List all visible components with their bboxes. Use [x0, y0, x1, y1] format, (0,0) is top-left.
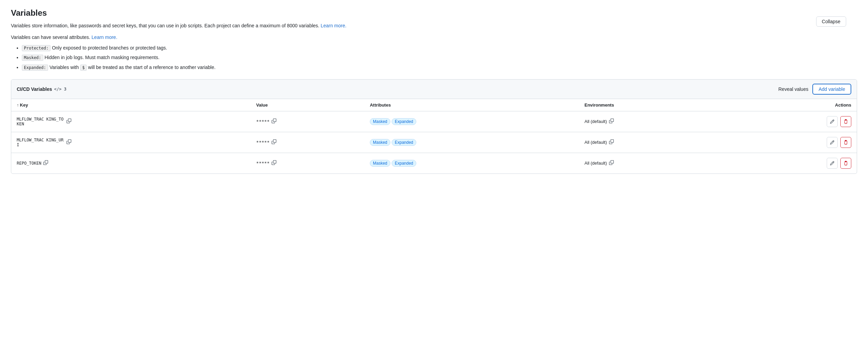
attributes-cell-1: MaskedExpanded	[364, 132, 579, 153]
env-text-0: All (default)	[584, 119, 607, 124]
col-header-attributes: Attributes	[364, 99, 579, 111]
badge-expanded-0-1: Expanded	[392, 118, 416, 125]
environment-cell-1: All (default)	[579, 132, 727, 153]
badge-expanded-1-1: Expanded	[392, 139, 416, 146]
attribute-masked: Masked: Hidden in job logs. Must match m…	[22, 54, 857, 61]
table-row: MLFLOW_TRAC KING_URI ***** MaskedExpande…	[11, 132, 857, 153]
badge-expanded-2-1: Expanded	[392, 160, 416, 167]
attributes-cell-0: MaskedExpanded	[364, 111, 579, 132]
value-text-2: *****	[256, 161, 270, 166]
attribute-expanded: Expanded: Variables with $ will be treat…	[22, 64, 857, 71]
collapse-button[interactable]: Collapse	[816, 16, 846, 27]
table-header-title: CI/CD Variables </> 3	[17, 86, 67, 92]
table-code-icon: </> 3	[54, 87, 67, 92]
main-description: Variables store information, like passwo…	[11, 22, 857, 29]
value-cell-1: *****	[251, 132, 364, 153]
actions-cell-0	[727, 111, 857, 132]
actions-cell-2	[727, 153, 857, 174]
copy-key-button-0[interactable]	[67, 119, 71, 124]
col-header-key: ↑ Key	[11, 99, 251, 111]
value-text-1: *****	[256, 140, 270, 145]
attribute-protected: Protected: Only exposed to protected bra…	[22, 44, 857, 52]
edit-button-0[interactable]	[827, 116, 838, 127]
delete-button-2[interactable]	[840, 158, 851, 169]
variables-table: ↑ Key Value Attributes Environments Acti…	[11, 99, 857, 174]
copy-env-button-2[interactable]	[609, 160, 614, 166]
sort-icon: ↑	[17, 103, 20, 108]
key-cell-0: MLFLOW_TRAC KING_TOKEN	[11, 111, 251, 132]
learn-more-link-2[interactable]: Learn more.	[91, 34, 117, 40]
copy-value-button-2[interactable]	[272, 160, 276, 166]
table-title-text: CI/CD Variables	[17, 86, 52, 92]
expanded-text-2: will be treated as the start of a refere…	[88, 65, 216, 70]
dollar-sign: $	[80, 65, 87, 71]
copy-key-button-2[interactable]	[43, 160, 48, 166]
copy-key-button-1[interactable]	[67, 139, 71, 145]
variables-table-section: CI/CD Variables </> 3 Reveal values Add …	[11, 79, 857, 174]
value-text-0: *****	[256, 119, 270, 124]
col-header-environments: Environments	[579, 99, 727, 111]
table-header-row: CI/CD Variables </> 3 Reveal values Add …	[11, 80, 857, 99]
delete-button-0[interactable]	[840, 116, 851, 127]
table-header-actions: Reveal values Add variable	[778, 84, 851, 95]
page-wrapper: Collapse Variables Variables store infor…	[11, 8, 857, 174]
page-title: Variables	[11, 8, 857, 18]
add-variable-button[interactable]: Add variable	[812, 84, 851, 95]
expanded-text: Variables with	[49, 65, 80, 70]
badge-masked-0-0: Masked	[370, 118, 390, 125]
key-name-1: MLFLOW_TRAC KING_URI	[17, 138, 64, 147]
key-cell-1: MLFLOW_TRAC KING_URI	[11, 132, 251, 153]
learn-more-link-1[interactable]: Learn more.	[321, 23, 346, 28]
attributes-list: Protected: Only exposed to protected bra…	[11, 44, 857, 71]
value-cell-2: *****	[251, 153, 364, 174]
copy-value-button-0[interactable]	[272, 119, 276, 124]
protected-tag: Protected:	[22, 45, 50, 51]
masked-text: Hidden in job logs. Must match masking r…	[44, 55, 159, 60]
attributes-intro: Variables can have several attributes. L…	[11, 33, 857, 41]
table-header-columns: ↑ Key Value Attributes Environments Acti…	[11, 99, 857, 111]
masked-tag: Masked:	[22, 55, 43, 61]
table-row: REPO_TOKEN ***** MaskedExpanded All (def…	[11, 153, 857, 174]
key-name-0: MLFLOW_TRAC KING_TOKEN	[17, 117, 64, 126]
key-cell-2: REPO_TOKEN	[11, 153, 251, 174]
env-text-2: All (default)	[584, 161, 607, 166]
edit-button-2[interactable]	[827, 158, 838, 169]
badge-masked-1-0: Masked	[370, 139, 390, 146]
environment-cell-2: All (default)	[579, 153, 727, 174]
badge-masked-2-0: Masked	[370, 160, 390, 167]
table-row: MLFLOW_TRAC KING_TOKEN ***** MaskedExpan…	[11, 111, 857, 132]
delete-button-1[interactable]	[840, 137, 851, 148]
expanded-tag: Expanded:	[22, 65, 48, 71]
col-header-actions: Actions	[727, 99, 857, 111]
key-name-2: REPO_TOKEN	[17, 161, 41, 166]
edit-button-1[interactable]	[827, 137, 838, 148]
copy-value-button-1[interactable]	[272, 139, 276, 145]
protected-text: Only exposed to protected branches or pr…	[52, 45, 167, 51]
environment-cell-0: All (default)	[579, 111, 727, 132]
attributes-cell-2: MaskedExpanded	[364, 153, 579, 174]
env-text-1: All (default)	[584, 140, 607, 145]
value-cell-0: *****	[251, 111, 364, 132]
reveal-values-button[interactable]: Reveal values	[778, 86, 808, 92]
copy-env-button-0[interactable]	[609, 119, 614, 124]
col-header-value: Value	[251, 99, 364, 111]
copy-env-button-1[interactable]	[609, 139, 614, 145]
actions-cell-1	[727, 132, 857, 153]
